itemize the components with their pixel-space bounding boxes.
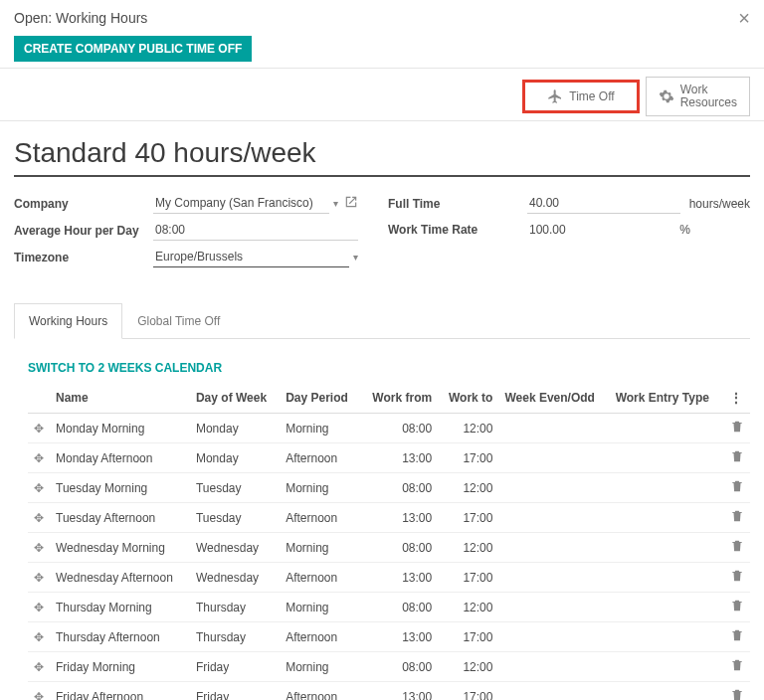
cell-evenodd[interactable] — [498, 533, 609, 563]
cell-dow[interactable]: Wednesday — [190, 563, 280, 593]
drag-handle-icon[interactable]: ✥ — [28, 414, 50, 443]
cell-from[interactable]: 08:00 — [360, 533, 438, 563]
drag-handle-icon[interactable]: ✥ — [28, 682, 50, 700]
cell-to[interactable]: 17:00 — [438, 503, 498, 533]
create-public-time-off-button[interactable]: CREATE COMPANY PUBLIC TIME OFF — [14, 36, 252, 62]
table-row[interactable]: ✥Tuesday AfternoonTuesdayAfternoon13:001… — [28, 503, 750, 533]
cell-to[interactable]: 12:00 — [438, 533, 498, 563]
cell-from[interactable]: 13:00 — [360, 563, 438, 593]
cell-to[interactable]: 17:00 — [438, 682, 498, 700]
cell-period[interactable]: Morning — [280, 533, 360, 563]
trash-icon[interactable] — [724, 533, 750, 563]
work-resources-button[interactable]: Work Resources — [646, 77, 750, 116]
cell-evenodd[interactable] — [498, 652, 609, 682]
cell-evenodd[interactable] — [498, 503, 609, 533]
cell-evenodd[interactable] — [498, 473, 609, 503]
cell-entry[interactable] — [610, 622, 724, 652]
cell-entry[interactable] — [610, 593, 724, 622]
cell-from[interactable]: 08:00 — [360, 652, 438, 682]
cell-name[interactable]: Friday Afternoon — [50, 682, 190, 700]
full-time-field[interactable] — [527, 193, 680, 214]
kebab-icon[interactable]: ⋮ — [724, 383, 750, 414]
cell-period[interactable]: Afternoon — [280, 622, 360, 652]
drag-handle-icon[interactable]: ✥ — [28, 473, 50, 503]
cell-name[interactable]: Friday Morning — [50, 652, 190, 682]
cell-from[interactable]: 13:00 — [360, 503, 438, 533]
cell-name[interactable]: Tuesday Afternoon — [50, 503, 190, 533]
switch-calendar-link[interactable]: SWITCH TO 2 WEEKS CALENDAR — [28, 361, 222, 375]
tab-global-time-off[interactable]: Global Time Off — [122, 303, 235, 338]
trash-icon[interactable] — [724, 414, 750, 443]
cell-dow[interactable]: Wednesday — [190, 533, 280, 563]
timezone-field[interactable] — [153, 247, 349, 267]
table-row[interactable]: ✥Friday AfternoonFridayAfternoon13:0017:… — [28, 682, 750, 700]
trash-icon[interactable] — [724, 622, 750, 652]
cell-from[interactable]: 13:00 — [360, 682, 438, 700]
cell-name[interactable]: Monday Afternoon — [50, 443, 190, 473]
drag-handle-icon[interactable]: ✥ — [28, 622, 50, 652]
drag-handle-icon[interactable]: ✥ — [28, 563, 50, 593]
table-row[interactable]: ✥Wednesday MorningWednesdayMorning08:001… — [28, 533, 750, 563]
tab-working-hours[interactable]: Working Hours — [14, 303, 122, 339]
cell-from[interactable]: 08:00 — [360, 593, 438, 622]
cell-period[interactable]: Morning — [280, 593, 360, 622]
cell-name[interactable]: Tuesday Morning — [50, 473, 190, 503]
trash-icon[interactable] — [724, 682, 750, 700]
cell-entry[interactable] — [610, 473, 724, 503]
cell-to[interactable]: 12:00 — [438, 593, 498, 622]
cell-period[interactable]: Afternoon — [280, 443, 360, 473]
cell-evenodd[interactable] — [498, 682, 609, 700]
table-row[interactable]: ✥Monday AfternoonMondayAfternoon13:0017:… — [28, 443, 750, 473]
cell-entry[interactable] — [610, 503, 724, 533]
table-row[interactable]: ✥Friday MorningFridayMorning08:0012:00 — [28, 652, 750, 682]
drag-handle-icon[interactable]: ✥ — [28, 503, 50, 533]
drag-handle-icon[interactable]: ✥ — [28, 593, 50, 622]
cell-to[interactable]: 17:00 — [438, 622, 498, 652]
table-row[interactable]: ✥Monday MorningMondayMorning08:0012:00 — [28, 414, 750, 443]
cell-period[interactable]: Afternoon — [280, 682, 360, 700]
cell-name[interactable]: Wednesday Morning — [50, 533, 190, 563]
cell-dow[interactable]: Tuesday — [190, 503, 280, 533]
cell-from[interactable]: 13:00 — [360, 622, 438, 652]
cell-entry[interactable] — [610, 533, 724, 563]
cell-dow[interactable]: Friday — [190, 682, 280, 700]
trash-icon[interactable] — [724, 473, 750, 503]
chevron-down-icon[interactable]: ▾ — [333, 198, 338, 209]
cell-name[interactable]: Thursday Afternoon — [50, 622, 190, 652]
page-title[interactable]: Standard 40 hours/week — [14, 137, 750, 177]
cell-dow[interactable]: Monday — [190, 443, 280, 473]
close-icon[interactable]: × — [738, 8, 750, 28]
drag-handle-icon[interactable]: ✥ — [28, 443, 50, 473]
cell-dow[interactable]: Tuesday — [190, 473, 280, 503]
cell-name[interactable]: Monday Morning — [50, 414, 190, 443]
cell-evenodd[interactable] — [498, 563, 609, 593]
cell-to[interactable]: 12:00 — [438, 652, 498, 682]
cell-evenodd[interactable] — [498, 593, 609, 622]
cell-period[interactable]: Morning — [280, 473, 360, 503]
cell-to[interactable]: 12:00 — [438, 414, 498, 443]
cell-entry[interactable] — [610, 682, 724, 700]
avg-hour-field[interactable] — [153, 220, 358, 241]
table-row[interactable]: ✥Wednesday AfternoonWednesdayAfternoon13… — [28, 563, 750, 593]
cell-to[interactable]: 17:00 — [438, 563, 498, 593]
external-link-icon[interactable] — [344, 195, 358, 212]
cell-evenodd[interactable] — [498, 443, 609, 473]
trash-icon[interactable] — [724, 593, 750, 622]
cell-period[interactable]: Morning — [280, 652, 360, 682]
cell-to[interactable]: 12:00 — [438, 473, 498, 503]
cell-dow[interactable]: Thursday — [190, 622, 280, 652]
time-off-button[interactable]: Time Off — [522, 80, 639, 113]
cell-from[interactable]: 13:00 — [360, 443, 438, 473]
cell-evenodd[interactable] — [498, 622, 609, 652]
trash-icon[interactable] — [724, 563, 750, 593]
table-row[interactable]: ✥Thursday MorningThursdayMorning08:0012:… — [28, 593, 750, 622]
cell-from[interactable]: 08:00 — [360, 414, 438, 443]
cell-entry[interactable] — [610, 652, 724, 682]
table-row[interactable]: ✥Tuesday MorningTuesdayMorning08:0012:00 — [28, 473, 750, 503]
drag-handle-icon[interactable]: ✥ — [28, 533, 50, 563]
cell-name[interactable]: Thursday Morning — [50, 593, 190, 622]
table-row[interactable]: ✥Thursday AfternoonThursdayAfternoon13:0… — [28, 622, 750, 652]
cell-period[interactable]: Afternoon — [280, 563, 360, 593]
trash-icon[interactable] — [724, 503, 750, 533]
cell-period[interactable]: Afternoon — [280, 503, 360, 533]
